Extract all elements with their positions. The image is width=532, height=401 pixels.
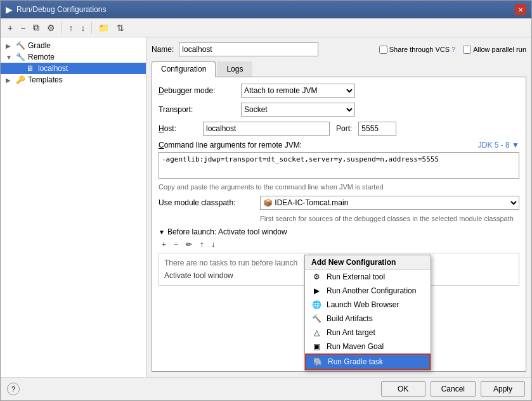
remote-icon: 🔧 — [16, 53, 26, 61]
add-button[interactable]: + — [4, 21, 16, 35]
before-launch-edit[interactable]: ✏ — [183, 239, 195, 250]
parallel-check[interactable] — [463, 46, 471, 54]
debugger-mode-label: Debugger mode: — [159, 86, 241, 95]
titlebar: ▶ Run/Debug Configurations ✕ — [1, 1, 531, 18]
host-label: Host: — [159, 124, 197, 133]
main-toolbar: + − ⧉ ⚙ ↑ ↓ 📁 ⇅ — [1, 18, 531, 37]
menu-item-run-gradle-task[interactable]: 🐘 Run Gradle task — [305, 353, 431, 370]
module-section: Use module classpath: 📦 IDEA-IC-Tomcat.m… — [159, 196, 519, 222]
toggle-templates: ▶ — [6, 77, 16, 84]
transport-label: Transport: — [159, 105, 241, 114]
debugger-mode-select[interactable]: Attach to remote JVM — [241, 84, 355, 98]
menu-item-build-artifacts[interactable]: 🔨 Build Artifacts — [305, 312, 431, 326]
before-launch-up[interactable]: ↑ — [197, 239, 207, 250]
help-button[interactable]: ? — [7, 383, 20, 395]
arrow-down-button[interactable]: ↓ — [77, 21, 88, 35]
folder-button[interactable]: 📁 — [95, 21, 112, 35]
arrow-up-button[interactable]: ↑ — [65, 21, 76, 35]
sort-button[interactable]: ⇅ — [114, 21, 127, 35]
cmdline-label: Command line arguments for remote JVM: — [159, 141, 302, 150]
port-label: Port: — [336, 124, 352, 133]
tabs: Configuration Logs — [152, 61, 526, 77]
name-row: Name: Share through VCS ? Allow parallel… — [152, 42, 526, 56]
run-another-config-icon: ▶ — [311, 286, 321, 295]
cmdline-section: Command line arguments for remote JVM: J… — [159, 141, 519, 191]
menu-item-run-external-tool-label: Run External tool — [327, 272, 385, 281]
module-hint: First search for sources of the debugged… — [159, 215, 519, 222]
menu-item-run-ant-target[interactable]: △ Run Ant target — [305, 326, 431, 340]
jdk-selector[interactable]: JDK 5 - 8 ▼ — [478, 141, 519, 150]
context-menu: Add New Configuration ⚙ Run External too… — [304, 255, 431, 371]
toolbar-separator-2 — [91, 22, 92, 34]
before-launch-toggle[interactable]: ▼ — [159, 229, 165, 236]
configuration-tree: ▶ 🔨 Gradle ▼ 🔧 Remote 🖥 localhost ▶ 🔑 Te… — [1, 37, 146, 377]
window-title: Run/Debug Configurations — [16, 5, 511, 14]
name-label: Name: — [152, 45, 174, 54]
tab-logs[interactable]: Logs — [217, 61, 252, 77]
launch-web-browser-icon: 🌐 — [311, 300, 321, 309]
menu-item-run-another-config-label: Run Another Configuration — [327, 286, 416, 295]
copy-button[interactable]: ⧉ — [30, 20, 42, 35]
menu-item-run-external-tool[interactable]: ⚙ Run External tool — [305, 270, 431, 284]
menu-item-launch-web-browser[interactable]: 🌐 Launch Web Browser — [305, 298, 431, 312]
before-launch-toolbar: + − ✏ ↑ ↓ — [159, 239, 519, 250]
host-input[interactable] — [203, 122, 330, 136]
templates-label: Templates — [28, 75, 63, 84]
debugger-mode-row: Debugger mode: Attach to remote JVM — [159, 84, 519, 98]
cancel-button[interactable]: Cancel — [431, 381, 476, 397]
config-panel: Debugger mode: Attach to remote JVM Tran… — [152, 77, 526, 372]
menu-item-run-maven-goal-label: Run Maven Goal — [327, 342, 384, 351]
before-launch-remove[interactable]: − — [171, 239, 181, 250]
menu-item-run-ant-target-label: Run Ant target — [327, 328, 375, 337]
tree-item-gradle[interactable]: ▶ 🔨 Gradle — [1, 40, 146, 51]
ok-button[interactable]: OK — [381, 381, 425, 397]
tree-item-templates[interactable]: ▶ 🔑 Templates — [1, 74, 146, 86]
run-debug-configurations-window: ▶ Run/Debug Configurations ✕ + − ⧉ ⚙ ↑ ↓… — [0, 0, 532, 401]
share-vcs-checkbox[interactable]: Share through VCS ? — [379, 46, 456, 54]
share-vcs-check[interactable] — [379, 46, 387, 54]
before-launch-add[interactable]: + — [159, 239, 169, 250]
localhost-label: localhost — [38, 64, 68, 73]
share-vcs-help[interactable]: ? — [451, 46, 455, 53]
menu-item-run-gradle-task-label: Run Gradle task — [328, 357, 383, 366]
remove-button[interactable]: − — [17, 21, 29, 35]
gradle-icon: 🔨 — [16, 41, 26, 50]
menu-item-launch-web-browser-label: Launch Web Browser — [327, 300, 399, 309]
toggle-remote: ▼ — [6, 54, 16, 61]
close-button[interactable]: ✕ — [515, 4, 526, 15]
run-ant-target-icon: △ — [311, 328, 321, 337]
window-icon: ▶ — [6, 4, 13, 15]
parallel-label: Allow parallel run — [473, 46, 526, 53]
name-input[interactable] — [179, 42, 318, 56]
before-launch-empty-text: There are no tasks to run before launch — [164, 258, 297, 267]
checkboxes: Share through VCS ? Allow parallel run — [379, 46, 526, 54]
cmdline-header: Command line arguments for remote JVM: J… — [159, 141, 519, 150]
localhost-icon: 🖥 — [26, 64, 36, 73]
apply-button[interactable]: Apply — [481, 381, 525, 397]
tree-item-localhost[interactable]: 🖥 localhost — [1, 63, 146, 74]
module-select[interactable]: 📦 IDEA-IC-Tomcat.main — [260, 196, 519, 210]
module-row: Use module classpath: 📦 IDEA-IC-Tomcat.m… — [159, 196, 519, 210]
menu-item-run-another-config[interactable]: ▶ Run Another Configuration — [305, 284, 431, 298]
port-input[interactable] — [358, 122, 396, 136]
menu-item-build-artifacts-label: Build Artifacts — [327, 314, 373, 323]
main-content: ▶ 🔨 Gradle ▼ 🔧 Remote 🖥 localhost ▶ 🔑 Te… — [1, 37, 531, 377]
tree-item-remote[interactable]: ▼ 🔧 Remote — [1, 51, 146, 63]
gradle-label: Gradle — [28, 41, 51, 50]
tab-configuration[interactable]: Configuration — [152, 61, 216, 77]
run-gradle-task-icon: 🐘 — [313, 357, 323, 366]
settings-button[interactable]: ⚙ — [44, 21, 58, 35]
before-launch-header: ▼ Before launch: Activate tool window — [159, 227, 519, 236]
transport-select[interactable]: Socket — [241, 103, 355, 117]
toggle-gradle: ▶ — [6, 42, 16, 49]
menu-item-run-maven-goal[interactable]: ▣ Run Maven Goal — [305, 340, 431, 353]
menu-header: Add New Configuration — [305, 255, 431, 270]
toolbar-separator — [62, 22, 62, 34]
right-panel: Name: Share through VCS ? Allow parallel… — [146, 37, 531, 377]
run-maven-goal-icon: ▣ — [311, 342, 321, 351]
transport-row: Transport: Socket — [159, 103, 519, 117]
before-launch-down[interactable]: ↓ — [208, 239, 218, 250]
host-port-row: Host: Port: — [159, 122, 519, 136]
cmdline-textarea[interactable]: -agentlib:jdwp=transport=dt_socket,serve… — [159, 152, 519, 179]
parallel-checkbox[interactable]: Allow parallel run — [463, 46, 526, 54]
